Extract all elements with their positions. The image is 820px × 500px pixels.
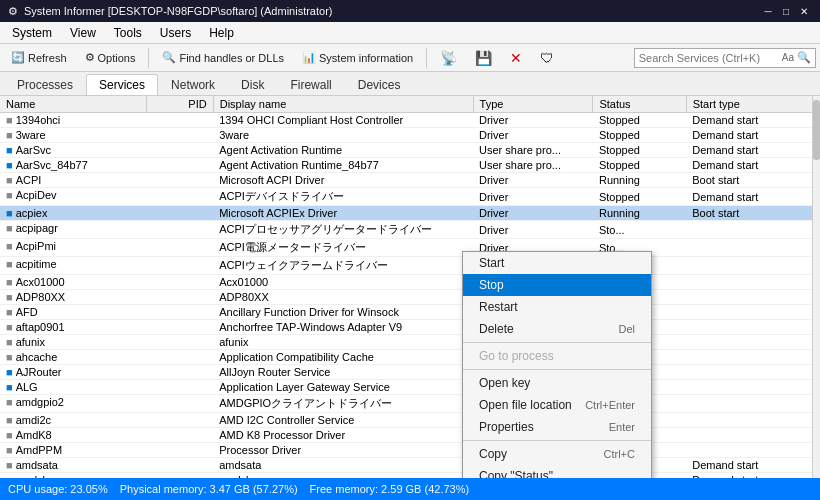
service-icon: ■: [6, 366, 13, 378]
context-menu-item[interactable]: CopyCtrl+C: [463, 443, 651, 465]
scrollbar-track[interactable]: [812, 96, 820, 478]
table-row[interactable]: ■ amdsbs amdsbs Driver Stopped Demand st…: [0, 473, 820, 479]
refresh-button[interactable]: 🔄 Refresh: [4, 48, 74, 67]
table-row[interactable]: ■ acpiex Microsoft ACPIEx Driver Driver …: [0, 206, 820, 221]
table-row[interactable]: ■ Acx01000 Acx01000 Driver Sto...: [0, 275, 820, 290]
table-row[interactable]: ■ ACPI Microsoft ACPI Driver Driver Runn…: [0, 173, 820, 188]
cell-name: ■ AFD: [0, 305, 110, 319]
context-menu-shortcut: Ctrl+C: [604, 448, 635, 460]
title-bar: ⚙ System Informer [DESKTOP-N98FGDP\softa…: [0, 0, 820, 22]
context-menu-item[interactable]: Open key: [463, 372, 651, 394]
cell-display: AMD I2C Controller Service: [213, 413, 473, 428]
cell-starttype: Demand start: [686, 473, 819, 479]
delete-button[interactable]: ✕: [503, 47, 529, 69]
tab-network[interactable]: Network: [158, 74, 228, 95]
table-row[interactable]: ■ AmdPPM Processor Driver Driver Sto...: [0, 443, 820, 458]
context-menu-item[interactable]: Copy "Status": [463, 465, 651, 478]
delete-icon: ✕: [510, 50, 522, 66]
col-header-display[interactable]: Display name: [213, 96, 473, 113]
cell-name: ■ ALG: [0, 380, 110, 394]
cell-starttype: [686, 413, 819, 428]
table-row[interactable]: ■ AmdK8 AMD K8 Processor Driver Driver S…: [0, 428, 820, 443]
search-aa-label: Aa: [782, 52, 794, 63]
col-header-name[interactable]: Name: [0, 96, 147, 113]
table-row[interactable]: ■ acpitime ACPIウェイクアラームドライバー Driver Sto.…: [0, 257, 820, 275]
table-row[interactable]: ■ ahcache Application Compatibility Cach…: [0, 350, 820, 365]
table-row[interactable]: ■ amdsata amdsata Driver Stopped Demand …: [0, 458, 820, 473]
context-menu-item[interactable]: DeleteDel: [463, 318, 651, 340]
context-menu-item[interactable]: Start: [463, 252, 651, 274]
context-menu-item[interactable]: Open file locationCtrl+Enter: [463, 394, 651, 416]
cell-pid: [147, 290, 214, 305]
service-icon: ■: [6, 222, 13, 234]
table-row[interactable]: ■ AarSvc_84b77 Agent Activation Runtime_…: [0, 158, 820, 173]
cell-display: ACPI電源メータードライバー: [213, 239, 473, 257]
cell-starttype: [686, 221, 819, 239]
cell-display: Acx01000: [213, 275, 473, 290]
table-row[interactable]: ■ 1394ohci 1394 OHCI Compliant Host Cont…: [0, 113, 820, 128]
system-info-button[interactable]: 📊 System information: [295, 48, 420, 67]
menu-help[interactable]: Help: [201, 24, 242, 42]
cell-pid: [147, 335, 214, 350]
table-row[interactable]: ■ aftap0901 Anchorfree TAP-Windows Adapt…: [0, 320, 820, 335]
find-handles-button[interactable]: 🔍 Find handles or DLLs: [155, 48, 291, 67]
context-menu-separator: [463, 369, 651, 370]
cell-name: ■ amdsbs: [0, 473, 110, 478]
cell-starttype: Demand start: [686, 113, 819, 128]
context-menu-label: Copy "Status": [479, 469, 553, 478]
tab-services[interactable]: Services: [86, 74, 158, 95]
table-row[interactable]: ■ acpipagr ACPIプロセッサアグリゲータードライバー Driver …: [0, 221, 820, 239]
table-row[interactable]: ■ AcpiPmi ACPI電源メータードライバー Driver Sto...: [0, 239, 820, 257]
table-row[interactable]: ■ AcpiDev ACPIデバイスドライバー Driver Stopped D…: [0, 188, 820, 206]
table-row[interactable]: ■ 3ware 3ware Driver Stopped Demand star…: [0, 128, 820, 143]
table-row[interactable]: ■ AarSvc Agent Activation Runtime User s…: [0, 143, 820, 158]
table-row[interactable]: ■ AFD Ancillary Function Driver for Wins…: [0, 305, 820, 320]
cell-name: ■ AarSvc: [0, 143, 110, 157]
col-header-starttype[interactable]: Start type: [686, 96, 819, 113]
minimize-button[interactable]: ─: [760, 3, 776, 19]
col-header-status[interactable]: Status: [593, 96, 686, 113]
cell-name: ■ ACPI: [0, 173, 110, 187]
cell-status: Stopped: [593, 113, 686, 128]
network-icon-button[interactable]: 📡: [433, 47, 464, 69]
cell-status: Running: [593, 173, 686, 188]
sysinfo-icon: 📊: [302, 51, 316, 64]
search-input[interactable]: [639, 52, 779, 64]
cell-pid: [147, 158, 214, 173]
col-header-type[interactable]: Type: [473, 96, 593, 113]
close-button[interactable]: ✕: [796, 3, 812, 19]
table-row[interactable]: ■ ALG Application Layer Gateway Service …: [0, 380, 820, 395]
tab-disk[interactable]: Disk: [228, 74, 277, 95]
context-menu-item[interactable]: PropertiesEnter: [463, 416, 651, 438]
menu-users[interactable]: Users: [152, 24, 199, 42]
menu-tools[interactable]: Tools: [106, 24, 150, 42]
shield-button[interactable]: 🛡: [533, 47, 561, 69]
service-icon: ■: [6, 306, 13, 318]
menu-view[interactable]: View: [62, 24, 104, 42]
save-button[interactable]: 💾: [468, 47, 499, 69]
context-menu-item[interactable]: Stop: [463, 274, 651, 296]
context-menu-item[interactable]: Restart: [463, 296, 651, 318]
menu-system[interactable]: System: [4, 24, 60, 42]
tab-processes[interactable]: Processes: [4, 74, 86, 95]
options-button[interactable]: ⚙ Options: [78, 48, 143, 67]
col-header-pid[interactable]: PID: [147, 96, 214, 113]
scrollbar-thumb[interactable]: [813, 100, 820, 160]
cell-pid: [147, 188, 214, 206]
table-row[interactable]: ■ amdi2c AMD I2C Controller Service Driv…: [0, 413, 820, 428]
cell-starttype: Demand start: [686, 188, 819, 206]
cell-pid: [147, 239, 214, 257]
tab-devices[interactable]: Devices: [345, 74, 414, 95]
cell-starttype: Demand start: [686, 458, 819, 473]
table-row[interactable]: ■ ADP80XX ADP80XX Driver Sto...: [0, 290, 820, 305]
context-menu-label: Open file location: [479, 398, 572, 412]
cell-name: ■ amdgpio2: [0, 395, 110, 409]
table-row[interactable]: ■ AJRouter AllJoyn Router Service Share …: [0, 365, 820, 380]
cell-name: ■ Acx01000: [0, 275, 110, 289]
table-row[interactable]: ■ amdgpio2 AMDGPIOクライアントドライバー Driver Sto…: [0, 395, 820, 413]
cell-display: Agent Activation Runtime: [213, 143, 473, 158]
search-box[interactable]: Aa 🔍: [634, 48, 816, 68]
maximize-button[interactable]: □: [778, 3, 794, 19]
table-row[interactable]: ■ afunix afunix Driver Run...: [0, 335, 820, 350]
tab-firewall[interactable]: Firewall: [277, 74, 344, 95]
